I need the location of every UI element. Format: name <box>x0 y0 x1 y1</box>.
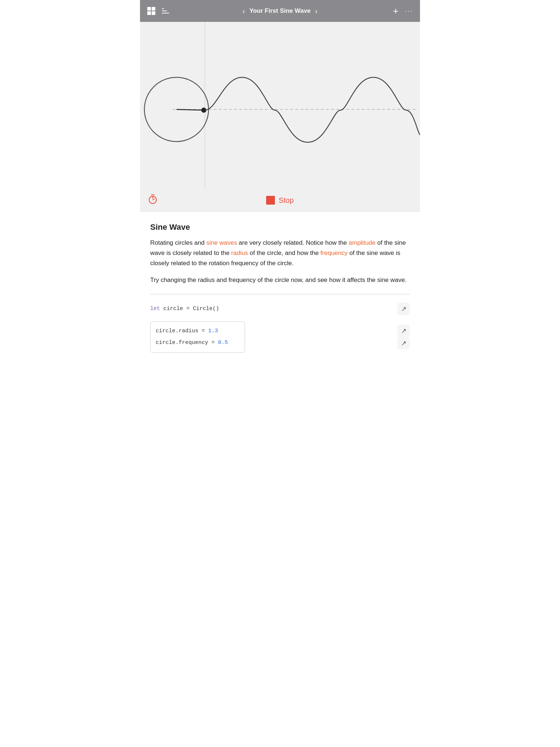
more-button[interactable]: ··· <box>405 7 413 15</box>
frequency-value: 0.5 <box>218 340 228 346</box>
radius-value: 1.3 <box>208 328 218 334</box>
visualization-container: Stop <box>140 22 420 212</box>
viz-bottom-bar: Stop <box>140 189 420 211</box>
add-button[interactable]: + <box>393 6 398 16</box>
code-line-frequency: circle.frequency = 0.5 <box>156 337 240 349</box>
result-icon-2[interactable]: ↗ <box>397 325 410 337</box>
list-icon[interactable] <box>162 8 169 13</box>
app-header: ‹ Your First Sine Wave › + ··· <box>140 0 420 22</box>
code-rest-1: circle = Circle() <box>160 306 219 312</box>
result-icon-1[interactable]: ↗ <box>397 303 410 315</box>
frequency-label: circle.frequency = <box>156 340 218 346</box>
radius-label: circle.radius = <box>156 328 208 334</box>
description-paragraph-1: Rotating circles and sine waves are very… <box>150 238 410 268</box>
header-center: ‹ Your First Sine Wave › <box>242 7 318 15</box>
frequency-highlight: frequency <box>320 249 348 256</box>
prev-button[interactable]: ‹ <box>242 7 245 15</box>
code-section-2: circle.radius = 1.3 circle.frequency = 0… <box>150 321 410 353</box>
content-area: Sine Wave Rotating circles and sine wave… <box>140 212 420 373</box>
header-left-controls <box>147 7 169 15</box>
keyword-let: let <box>150 306 160 312</box>
code-line-1: let circle = Circle() <box>150 303 410 315</box>
code-section-1: let circle = Circle() ↗ <box>150 303 410 315</box>
animation-canvas <box>140 22 420 197</box>
description-paragraph-2: Try changing the radius and frequency of… <box>150 275 410 285</box>
sine-waves-highlight: sine waves <box>206 239 237 246</box>
amplitude-highlight: amplitude <box>349 239 376 246</box>
sine-wave-svg <box>140 22 420 197</box>
page-title: Your First Sine Wave <box>249 7 311 15</box>
timer-icon[interactable] <box>147 194 158 207</box>
result-icon-3[interactable]: ↗ <box>397 337 410 349</box>
stop-label[interactable]: Stop <box>279 196 293 205</box>
svg-line-7 <box>153 199 155 200</box>
section-divider <box>150 294 410 294</box>
code-line-radius: circle.radius = 1.3 <box>156 325 240 337</box>
stop-icon <box>266 196 275 205</box>
radius-highlight: radius <box>231 249 248 256</box>
grid-icon[interactable] <box>147 7 155 15</box>
section-title: Sine Wave <box>150 222 410 232</box>
header-right-controls: + ··· <box>393 6 413 16</box>
next-button[interactable]: › <box>315 7 318 15</box>
code-block-properties: circle.radius = 1.3 circle.frequency = 0… <box>150 321 245 353</box>
